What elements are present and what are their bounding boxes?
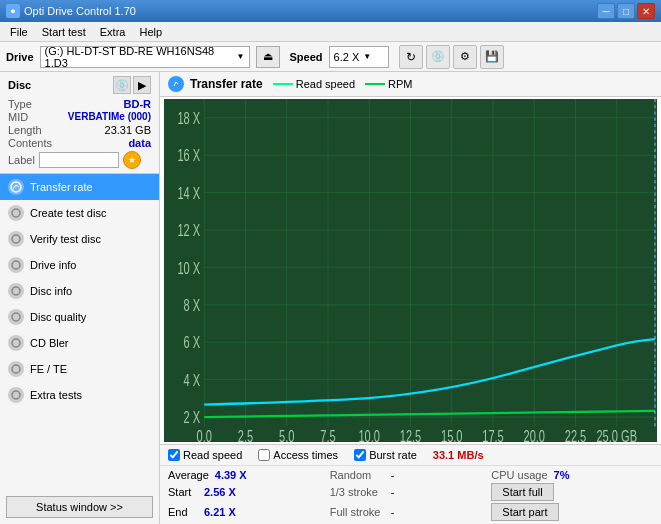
svg-text:12.5: 12.5 (400, 427, 422, 442)
stat-average-label: Average (168, 469, 209, 481)
minimize-button[interactable]: ─ (597, 3, 615, 19)
menu-file[interactable]: File (4, 24, 34, 40)
eject-button[interactable]: ⏏ (256, 46, 280, 68)
disc-icon-btn1[interactable]: 💿 (113, 76, 131, 94)
chart-container: 18 X 16 X 14 X 12 X 10 X 8 X 6 X 4 X 2 X… (164, 99, 657, 442)
svg-text:20.0: 20.0 (523, 427, 545, 442)
nav-item-verify-test-disc[interactable]: Verify test disc (0, 226, 159, 252)
sidebar: Disc 💿 ▶ Type BD-R MID VERBATIMe (000) (0, 72, 160, 524)
stat-end: End 6.21 X (168, 503, 330, 521)
settings-button[interactable]: ⚙ (453, 45, 477, 69)
burst-rate-checkbox-label[interactable]: Burst rate (354, 449, 417, 461)
transfer-rate-icon (8, 179, 24, 195)
nav-item-disc-info[interactable]: Disc info (0, 278, 159, 304)
nav-item-transfer-rate[interactable]: Transfer rate (0, 174, 159, 200)
menu-help[interactable]: Help (133, 24, 168, 40)
title-bar: ● Opti Drive Control 1.70 ─ □ ✕ (0, 0, 661, 22)
fe-te-icon (8, 361, 24, 377)
nav-label-verify-test-disc: Verify test disc (30, 233, 101, 245)
refresh-icon: ↻ (406, 50, 416, 64)
contents-label: Contents (8, 137, 52, 149)
disc-header: Disc (8, 79, 31, 91)
stat-random-label: Random (330, 469, 385, 481)
svg-point-3 (12, 261, 20, 269)
stat-end-value: 6.21 X (204, 506, 236, 518)
access-times-checkbox-label[interactable]: Access times (258, 449, 338, 461)
nav-label-fe-te: FE / TE (30, 363, 67, 375)
read-speed-checkbox-label[interactable]: Read speed (168, 449, 242, 461)
nav-label-transfer-rate: Transfer rate (30, 181, 93, 193)
drive-dropdown-arrow: ▼ (237, 52, 245, 61)
label-input[interactable] (39, 152, 119, 168)
stat-third-stroke-value: - (391, 486, 395, 498)
start-full-button[interactable]: Start full (491, 483, 553, 501)
content-area: Transfer rate Read speed RPM (160, 72, 661, 524)
disc-icon-btn2[interactable]: ▶ (133, 76, 151, 94)
legend-rpm-color (365, 83, 385, 85)
disc-button[interactable]: 💿 (426, 45, 450, 69)
read-speed-checkbox[interactable] (168, 449, 180, 461)
svg-text:7.5: 7.5 (320, 427, 335, 442)
start-part-button[interactable]: Start part (491, 503, 558, 521)
nav-label-create-test-disc: Create test disc (30, 207, 106, 219)
stat-full-stroke-label: Full stroke (330, 506, 385, 518)
burst-rate-checkbox-label-text: Burst rate (369, 449, 417, 461)
nav-label-disc-info: Disc info (30, 285, 72, 297)
refresh-button[interactable]: ↻ (399, 45, 423, 69)
length-label: Length (8, 124, 42, 136)
nav-item-drive-info[interactable]: Drive info (0, 252, 159, 278)
svg-text:0.0: 0.0 (197, 427, 212, 442)
stat-random-value: - (391, 469, 395, 481)
svg-text:25.0 GB: 25.0 GB (596, 427, 637, 442)
nav-label-cd-bler: CD Bler (30, 337, 69, 349)
stat-third-stroke: 1/3 stroke - (330, 483, 492, 501)
main-layout: Disc 💿 ▶ Type BD-R MID VERBATIMe (000) (0, 72, 661, 524)
cd-bler-icon (8, 335, 24, 351)
speed-value: 6.2 X (334, 51, 360, 63)
svg-text:15.0: 15.0 (441, 427, 463, 442)
svg-text:17.5: 17.5 (482, 427, 504, 442)
length-value: 23.31 GB (105, 124, 151, 136)
svg-point-7 (12, 365, 20, 373)
app-icon: ● (6, 4, 20, 18)
nav-item-extra-tests[interactable]: Extra tests (0, 382, 159, 408)
svg-text:8 X: 8 X (184, 296, 201, 315)
stat-full-stroke: Full stroke - (330, 503, 492, 521)
label-icon-btn[interactable]: ★ (123, 151, 141, 169)
svg-point-4 (12, 287, 20, 295)
nav-item-cd-bler[interactable]: CD Bler (0, 330, 159, 356)
stat-start-part-group: Start part (491, 503, 653, 521)
nav-items: Transfer rate Create test disc Verify te… (0, 174, 159, 490)
label-star-icon: ★ (128, 155, 136, 165)
menu-extra[interactable]: Extra (94, 24, 132, 40)
save-button[interactable]: 💾 (480, 45, 504, 69)
extra-tests-icon (8, 387, 24, 403)
stat-cpu-label: CPU usage (491, 469, 547, 481)
mid-label: MID (8, 111, 28, 123)
legend-rpm-label: RPM (388, 78, 412, 90)
speed-label: Speed (290, 51, 323, 63)
drive-info-icon (8, 257, 24, 273)
access-times-checkbox[interactable] (258, 449, 270, 461)
contents-value: data (128, 137, 151, 149)
svg-text:5.0: 5.0 (279, 427, 294, 442)
stat-start-label: Start (168, 486, 198, 498)
speed-dropdown[interactable]: 6.2 X ▼ (329, 46, 389, 68)
stat-average-value: 4.39 X (215, 469, 247, 481)
nav-item-fe-te[interactable]: FE / TE (0, 356, 159, 382)
close-button[interactable]: ✕ (637, 3, 655, 19)
svg-point-9 (172, 80, 180, 88)
menu-start-test[interactable]: Start test (36, 24, 92, 40)
nav-item-create-test-disc[interactable]: Create test disc (0, 200, 159, 226)
save-icon: 💾 (485, 50, 499, 63)
nav-label-disc-quality: Disc quality (30, 311, 86, 323)
maximize-button[interactable]: □ (617, 3, 635, 19)
drive-dropdown[interactable]: (G:) HL-DT-ST BD-RE WH16NS48 1.D3 ▼ (40, 46, 250, 68)
chart-legend: Read speed RPM (273, 78, 413, 90)
svg-text:10.0: 10.0 (358, 427, 380, 442)
burst-rate-checkbox[interactable] (354, 449, 366, 461)
status-window-button[interactable]: Status window >> (6, 496, 153, 518)
nav-item-disc-quality[interactable]: Disc quality (0, 304, 159, 330)
stat-average: Average 4.39 X (168, 469, 330, 481)
disc-quality-icon (8, 309, 24, 325)
